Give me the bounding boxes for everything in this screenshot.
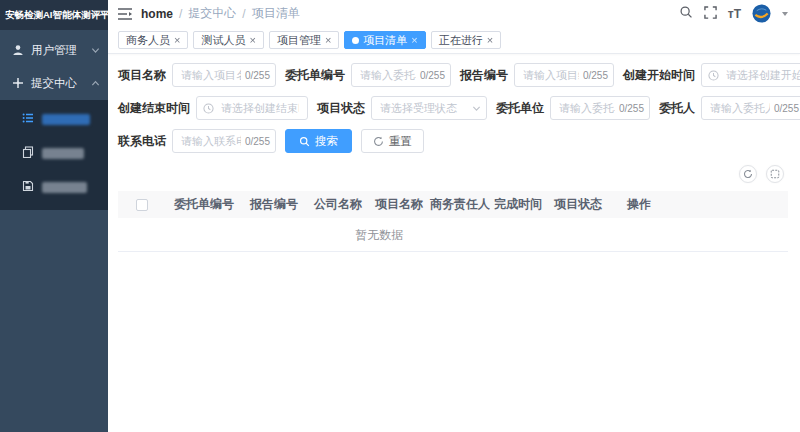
column-header: 报告编号 [242, 191, 306, 218]
search-icon[interactable] [679, 5, 693, 23]
sidebar-empty-area [0, 210, 108, 432]
list-icon [22, 110, 34, 128]
refresh-icon [373, 136, 384, 147]
sidebar-submenu [0, 100, 108, 210]
user-avatar[interactable] [752, 4, 771, 23]
sidebar-item-user-management[interactable]: 用户管理 [0, 34, 108, 67]
sidebar-item-label: 用户管理 [31, 43, 77, 58]
app-window: 安畅检测AI智能体测评平台 用户管理 提交中心 [0, 0, 800, 432]
column-header: 公司名称 [306, 191, 370, 218]
table-toolbar [118, 162, 788, 191]
tab-label: 正在进行 [439, 33, 483, 48]
tab-test-staff[interactable]: 测试人员 × [193, 31, 263, 49]
sidebar-item-submit-center[interactable]: 提交中心 [0, 67, 108, 100]
tab-in-progress[interactable]: 正在进行 × [431, 31, 501, 49]
breadcrumb: home / 提交中心 / 项目清单 [141, 5, 300, 22]
empty-state-text: 暂无数据 [355, 228, 403, 242]
field-commission-no: 委托单编号 0/255 [285, 63, 451, 87]
client-person-input[interactable] [701, 96, 800, 120]
dropdown-caret-icon[interactable] [782, 12, 788, 16]
filter-row-2: 创建结束时间 项目状态 [118, 96, 788, 120]
field-contact-phone: 联系电话 0/255 [118, 129, 276, 153]
reset-button[interactable]: 重置 [361, 129, 424, 153]
page-content: 项目名称 0/255 委托单编号 0/255 报告编号 [108, 54, 800, 432]
column-header: 商务责任人 [428, 191, 490, 218]
create-start-time-input[interactable] [701, 63, 800, 87]
column-header: 委托单编号 [166, 191, 242, 218]
select-all-checkbox[interactable] [136, 199, 148, 211]
close-icon[interactable]: × [325, 35, 331, 46]
chevron-down-icon [91, 45, 100, 57]
field-label: 委托人 [659, 100, 695, 117]
breadcrumb-home[interactable]: home [141, 7, 173, 21]
tabbar: 商务人员 × 测试人员 × 项目管理 × 项目清单 × 正在进行 × [108, 27, 800, 54]
close-icon[interactable]: × [249, 35, 255, 46]
column-header: 操作 [610, 191, 668, 218]
sidebar-collapse-icon[interactable] [118, 8, 132, 20]
redacted-label [42, 148, 84, 159]
field-label: 创建结束时间 [118, 100, 190, 117]
main-area: home / 提交中心 / 项目清单 тT [108, 0, 800, 432]
create-end-time-input[interactable] [196, 96, 308, 120]
active-dot [352, 37, 359, 44]
client-company-input[interactable] [550, 96, 650, 120]
submenu-item-active[interactable] [0, 102, 108, 136]
field-client-company: 委托单位 0/255 [496, 96, 650, 120]
breadcrumb-submit-center[interactable]: 提交中心 [188, 5, 236, 22]
redacted-label [42, 182, 87, 193]
font-size-icon[interactable]: тT [728, 8, 741, 20]
tab-label: 商务人员 [126, 33, 170, 48]
field-label: 委托单位 [496, 100, 544, 117]
sidebar: 安畅检测AI智能体测评平台 用户管理 提交中心 [0, 0, 108, 432]
header-checkbox-cell [118, 191, 166, 218]
search-button-label: 搜索 [315, 134, 338, 149]
tab-label: 测试人员 [201, 33, 245, 48]
close-icon[interactable]: × [174, 35, 180, 46]
tab-label: 项目清单 [363, 33, 407, 48]
chevron-up-icon [91, 78, 100, 90]
field-label: 联系电话 [118, 133, 166, 150]
column-settings-button[interactable] [766, 165, 784, 183]
breadcrumb-project-list[interactable]: 项目清单 [252, 5, 300, 22]
breadcrumb-separator: / [242, 7, 245, 21]
submenu-item[interactable] [0, 170, 108, 204]
close-icon[interactable]: × [411, 35, 417, 46]
commission-no-input[interactable] [351, 63, 451, 87]
field-project-name: 项目名称 0/255 [118, 63, 276, 87]
project-status-select[interactable] [371, 96, 487, 120]
field-label: 项目名称 [118, 67, 166, 84]
reset-button-label: 重置 [389, 134, 412, 149]
empty-row: 暂无数据 [118, 218, 788, 251]
project-table: 委托单编号 报告编号 公司名称 项目名称 商务责任人 完成时间 项目状态 操作 [118, 191, 788, 252]
refresh-table-button[interactable] [739, 165, 757, 183]
column-header: 项目状态 [546, 191, 610, 218]
contact-phone-input[interactable] [172, 129, 276, 153]
field-label: 项目状态 [317, 100, 365, 117]
navbar-actions: тT [679, 4, 788, 23]
search-button[interactable]: 搜索 [285, 129, 352, 153]
filter-row-3: 联系电话 0/255 搜索 重置 [118, 129, 788, 153]
user-icon [12, 44, 24, 58]
tab-project-management[interactable]: 项目管理 × [269, 31, 339, 49]
copy-icon [22, 144, 34, 162]
project-name-input[interactable] [172, 63, 276, 87]
column-header-filler [668, 191, 788, 218]
breadcrumb-separator: / [179, 7, 182, 21]
tab-business-staff[interactable]: 商务人员 × [118, 31, 188, 49]
tab-project-list[interactable]: 项目清单 × [344, 31, 425, 49]
field-label: 创建开始时间 [623, 67, 695, 84]
column-header: 完成时间 [490, 191, 546, 218]
sidebar-item-label: 提交中心 [31, 76, 77, 91]
field-client-person: 委托人 0/255 [659, 96, 800, 120]
report-no-input[interactable] [514, 63, 614, 87]
field-report-no: 报告编号 0/255 [460, 63, 614, 87]
filter-row-1: 项目名称 0/255 委托单编号 0/255 报告编号 [118, 63, 788, 87]
redacted-label [42, 114, 90, 125]
top-navbar: home / 提交中心 / 项目清单 тT [108, 0, 800, 27]
search-icon [299, 136, 310, 147]
fullscreen-icon[interactable] [704, 5, 717, 23]
app-title: 安畅检测AI智能体测评平台 [0, 0, 108, 30]
close-icon[interactable]: × [487, 35, 493, 46]
submenu-item[interactable] [0, 136, 108, 170]
field-create-start-time: 创建开始时间 [623, 63, 800, 87]
